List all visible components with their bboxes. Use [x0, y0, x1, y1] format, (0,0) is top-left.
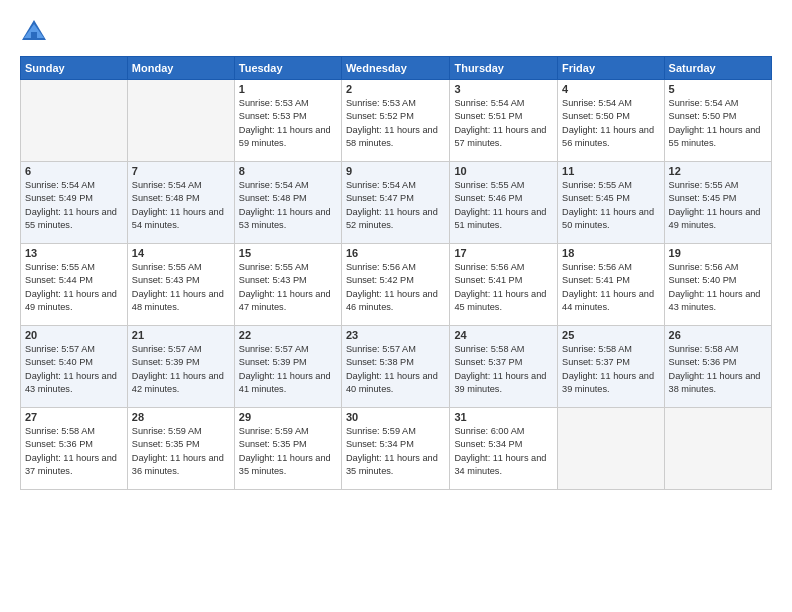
table-row: 21 Sunrise: 5:57 AM Sunset: 5:39 PM Dayl…: [127, 326, 234, 408]
daylight-text: Daylight: 11 hours and 47 minutes.: [239, 289, 331, 312]
sunset-text: Sunset: 5:35 PM: [132, 439, 200, 449]
day-number: 2: [346, 83, 446, 95]
daylight-text: Daylight: 11 hours and 38 minutes.: [669, 371, 761, 394]
daylight-text: Daylight: 11 hours and 58 minutes.: [346, 125, 438, 148]
col-monday: Monday: [127, 57, 234, 80]
calendar-week-row: 6 Sunrise: 5:54 AM Sunset: 5:49 PM Dayli…: [21, 162, 772, 244]
logo: [20, 18, 52, 46]
table-row: [664, 408, 771, 490]
table-row: 26 Sunrise: 5:58 AM Sunset: 5:36 PM Dayl…: [664, 326, 771, 408]
sunrise-text: Sunrise: 5:55 AM: [562, 180, 632, 190]
table-row: 5 Sunrise: 5:54 AM Sunset: 5:50 PM Dayli…: [664, 80, 771, 162]
day-info: Sunrise: 5:54 AM Sunset: 5:48 PM Dayligh…: [239, 179, 337, 232]
day-number: 11: [562, 165, 659, 177]
table-row: 11 Sunrise: 5:55 AM Sunset: 5:45 PM Dayl…: [558, 162, 664, 244]
sunrise-text: Sunrise: 5:56 AM: [562, 262, 632, 272]
sunset-text: Sunset: 5:52 PM: [346, 111, 414, 121]
day-info: Sunrise: 5:53 AM Sunset: 5:52 PM Dayligh…: [346, 97, 446, 150]
sunset-text: Sunset: 5:48 PM: [132, 193, 200, 203]
col-friday: Friday: [558, 57, 664, 80]
table-row: [21, 80, 128, 162]
day-number: 12: [669, 165, 767, 177]
day-info: Sunrise: 5:56 AM Sunset: 5:41 PM Dayligh…: [454, 261, 553, 314]
table-row: 8 Sunrise: 5:54 AM Sunset: 5:48 PM Dayli…: [234, 162, 341, 244]
sunrise-text: Sunrise: 5:53 AM: [239, 98, 309, 108]
day-info: Sunrise: 5:53 AM Sunset: 5:53 PM Dayligh…: [239, 97, 337, 150]
sunrise-text: Sunrise: 5:56 AM: [669, 262, 739, 272]
daylight-text: Daylight: 11 hours and 46 minutes.: [346, 289, 438, 312]
day-number: 16: [346, 247, 446, 259]
day-info: Sunrise: 5:55 AM Sunset: 5:44 PM Dayligh…: [25, 261, 123, 314]
table-row: 12 Sunrise: 5:55 AM Sunset: 5:45 PM Dayl…: [664, 162, 771, 244]
table-row: 20 Sunrise: 5:57 AM Sunset: 5:40 PM Dayl…: [21, 326, 128, 408]
day-info: Sunrise: 5:59 AM Sunset: 5:34 PM Dayligh…: [346, 425, 446, 478]
day-number: 4: [562, 83, 659, 95]
day-info: Sunrise: 5:57 AM Sunset: 5:39 PM Dayligh…: [132, 343, 230, 396]
sunset-text: Sunset: 5:42 PM: [346, 275, 414, 285]
sunset-text: Sunset: 5:46 PM: [454, 193, 522, 203]
daylight-text: Daylight: 11 hours and 49 minutes.: [25, 289, 117, 312]
sunset-text: Sunset: 5:45 PM: [669, 193, 737, 203]
sunrise-text: Sunrise: 5:58 AM: [562, 344, 632, 354]
day-number: 23: [346, 329, 446, 341]
day-info: Sunrise: 5:58 AM Sunset: 5:36 PM Dayligh…: [669, 343, 767, 396]
day-number: 29: [239, 411, 337, 423]
day-info: Sunrise: 5:58 AM Sunset: 5:37 PM Dayligh…: [454, 343, 553, 396]
table-row: [558, 408, 664, 490]
table-row: 31 Sunrise: 6:00 AM Sunset: 5:34 PM Dayl…: [450, 408, 558, 490]
day-info: Sunrise: 5:54 AM Sunset: 5:48 PM Dayligh…: [132, 179, 230, 232]
day-info: Sunrise: 5:54 AM Sunset: 5:51 PM Dayligh…: [454, 97, 553, 150]
table-row: 7 Sunrise: 5:54 AM Sunset: 5:48 PM Dayli…: [127, 162, 234, 244]
table-row: 24 Sunrise: 5:58 AM Sunset: 5:37 PM Dayl…: [450, 326, 558, 408]
sunrise-text: Sunrise: 5:57 AM: [25, 344, 95, 354]
daylight-text: Daylight: 11 hours and 35 minutes.: [346, 453, 438, 476]
day-number: 20: [25, 329, 123, 341]
sunset-text: Sunset: 5:51 PM: [454, 111, 522, 121]
daylight-text: Daylight: 11 hours and 39 minutes.: [562, 371, 654, 394]
sunset-text: Sunset: 5:38 PM: [346, 357, 414, 367]
day-info: Sunrise: 5:57 AM Sunset: 5:38 PM Dayligh…: [346, 343, 446, 396]
sunset-text: Sunset: 5:49 PM: [25, 193, 93, 203]
header: [20, 18, 772, 46]
day-info: Sunrise: 5:56 AM Sunset: 5:42 PM Dayligh…: [346, 261, 446, 314]
sunset-text: Sunset: 5:37 PM: [454, 357, 522, 367]
sunrise-text: Sunrise: 5:55 AM: [669, 180, 739, 190]
table-row: [127, 80, 234, 162]
daylight-text: Daylight: 11 hours and 56 minutes.: [562, 125, 654, 148]
day-number: 22: [239, 329, 337, 341]
daylight-text: Daylight: 11 hours and 52 minutes.: [346, 207, 438, 230]
day-info: Sunrise: 5:55 AM Sunset: 5:45 PM Dayligh…: [562, 179, 659, 232]
sunrise-text: Sunrise: 5:54 AM: [562, 98, 632, 108]
day-info: Sunrise: 5:57 AM Sunset: 5:39 PM Dayligh…: [239, 343, 337, 396]
calendar-header-row: Sunday Monday Tuesday Wednesday Thursday…: [21, 57, 772, 80]
sunrise-text: Sunrise: 5:55 AM: [454, 180, 524, 190]
day-number: 10: [454, 165, 553, 177]
sunset-text: Sunset: 5:39 PM: [132, 357, 200, 367]
daylight-text: Daylight: 11 hours and 37 minutes.: [25, 453, 117, 476]
table-row: 14 Sunrise: 5:55 AM Sunset: 5:43 PM Dayl…: [127, 244, 234, 326]
sunrise-text: Sunrise: 5:59 AM: [239, 426, 309, 436]
sunrise-text: Sunrise: 5:55 AM: [25, 262, 95, 272]
day-number: 9: [346, 165, 446, 177]
sunrise-text: Sunrise: 5:57 AM: [239, 344, 309, 354]
daylight-text: Daylight: 11 hours and 39 minutes.: [454, 371, 546, 394]
sunset-text: Sunset: 5:41 PM: [562, 275, 630, 285]
table-row: 27 Sunrise: 5:58 AM Sunset: 5:36 PM Dayl…: [21, 408, 128, 490]
day-info: Sunrise: 5:59 AM Sunset: 5:35 PM Dayligh…: [239, 425, 337, 478]
sunset-text: Sunset: 5:43 PM: [132, 275, 200, 285]
calendar-week-row: 13 Sunrise: 5:55 AM Sunset: 5:44 PM Dayl…: [21, 244, 772, 326]
calendar-table: Sunday Monday Tuesday Wednesday Thursday…: [20, 56, 772, 490]
day-number: 26: [669, 329, 767, 341]
sunrise-text: Sunrise: 5:54 AM: [132, 180, 202, 190]
table-row: 10 Sunrise: 5:55 AM Sunset: 5:46 PM Dayl…: [450, 162, 558, 244]
day-number: 14: [132, 247, 230, 259]
sunrise-text: Sunrise: 5:58 AM: [25, 426, 95, 436]
sunrise-text: Sunrise: 5:55 AM: [239, 262, 309, 272]
table-row: 4 Sunrise: 5:54 AM Sunset: 5:50 PM Dayli…: [558, 80, 664, 162]
day-number: 13: [25, 247, 123, 259]
day-number: 6: [25, 165, 123, 177]
day-number: 27: [25, 411, 123, 423]
sunrise-text: Sunrise: 6:00 AM: [454, 426, 524, 436]
sunset-text: Sunset: 5:40 PM: [25, 357, 93, 367]
sunset-text: Sunset: 5:35 PM: [239, 439, 307, 449]
